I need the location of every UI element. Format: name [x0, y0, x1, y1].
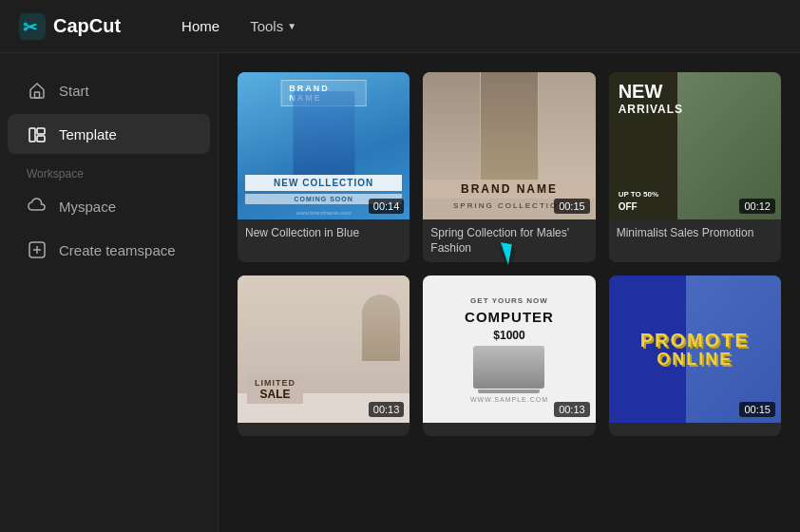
- header: ✂ CapCut Home Tools ▼: [0, 0, 800, 53]
- sidebar-item-template[interactable]: Template: [8, 114, 210, 154]
- template-icon: [27, 124, 48, 144]
- template-thumb-5: GET YOURS NOW COMPUTER $1000 WWW.SAMPLE.…: [423, 276, 595, 423]
- template-thumb-3: NEW ARRIVALS UP TO 50% OFF 00:12: [609, 72, 781, 219]
- sidebar: Start Template Workspace Myspace: [0, 53, 219, 532]
- template-thumb-1: BRAND NAME NEW COLLECTION COMING SOON ww…: [238, 72, 410, 219]
- template-card-1[interactable]: BRAND NAME NEW COLLECTION COMING SOON ww…: [238, 72, 410, 262]
- content-area: BRAND NAME NEW COLLECTION COMING SOON ww…: [219, 53, 800, 532]
- template-title-3: Minimalist Sales Promotion: [609, 219, 781, 248]
- template-card-5[interactable]: GET YOURS NOW COMPUTER $1000 WWW.SAMPLE.…: [423, 276, 595, 436]
- plus-icon: [27, 239, 48, 260]
- sidebar-item-myspace-label: Myspace: [59, 199, 116, 215]
- duration-badge-4: 00:13: [369, 402, 405, 417]
- duration-badge-6: 00:15: [739, 402, 775, 417]
- top-nav: Home Tools ▼: [168, 12, 310, 40]
- sidebar-item-myspace[interactable]: Myspace: [8, 186, 210, 226]
- svg-rect-2: [35, 92, 40, 98]
- template-title-1: New Collection in Blue: [238, 219, 410, 248]
- template-thumb-4: LIMITED SALE 00:13: [238, 276, 410, 423]
- nav-home[interactable]: Home: [168, 12, 233, 40]
- template-title-2: Spring Collection for Males' Fashion: [423, 219, 595, 262]
- capcut-logo-icon: ✂: [19, 13, 46, 40]
- svg-rect-4: [37, 128, 45, 134]
- workspace-section-label: Workspace: [0, 156, 218, 184]
- sidebar-item-start-label: Start: [59, 83, 89, 99]
- template-title-5: [423, 423, 595, 436]
- logo-text: CapCut: [53, 15, 121, 37]
- template-title-4: [238, 423, 410, 436]
- template-card-2[interactable]: BRAND NAME SPRING COLLECTION 00:15 Sprin…: [423, 72, 595, 262]
- main-layout: Start Template Workspace Myspace: [0, 53, 800, 532]
- duration-badge-3: 00:12: [739, 199, 775, 214]
- duration-badge-1: 00:14: [369, 199, 405, 214]
- nav-tools[interactable]: Tools ▼: [237, 12, 310, 40]
- template-thumb-6: PROMOTE ONLINE 00:15: [609, 276, 781, 423]
- duration-badge-5: 00:13: [554, 402, 590, 417]
- template-card-3[interactable]: NEW ARRIVALS UP TO 50% OFF 00:12 Minimal…: [609, 72, 781, 262]
- home-icon: [27, 80, 48, 101]
- templates-grid: BRAND NAME NEW COLLECTION COMING SOON ww…: [238, 72, 781, 436]
- logo[interactable]: ✂ CapCut: [19, 13, 121, 40]
- template-card-4[interactable]: LIMITED SALE 00:13: [238, 276, 410, 436]
- svg-rect-5: [37, 136, 45, 142]
- svg-rect-3: [29, 128, 35, 142]
- sidebar-item-template-label: Template: [59, 126, 117, 142]
- template-title-6: [609, 423, 781, 436]
- chevron-down-icon: ▼: [287, 21, 296, 31]
- sidebar-item-create-teamspace[interactable]: Create teamspace: [8, 230, 210, 270]
- cloud-icon: [27, 196, 48, 217]
- template-thumb-2: BRAND NAME SPRING COLLECTION 00:15: [423, 72, 595, 219]
- sidebar-item-start[interactable]: Start: [8, 70, 210, 110]
- duration-badge-2: 00:15: [554, 199, 590, 214]
- svg-text:✂: ✂: [23, 18, 38, 37]
- template-card-6[interactable]: PROMOTE ONLINE 00:15: [609, 276, 781, 436]
- sidebar-item-create-teamspace-label: Create teamspace: [59, 242, 176, 258]
